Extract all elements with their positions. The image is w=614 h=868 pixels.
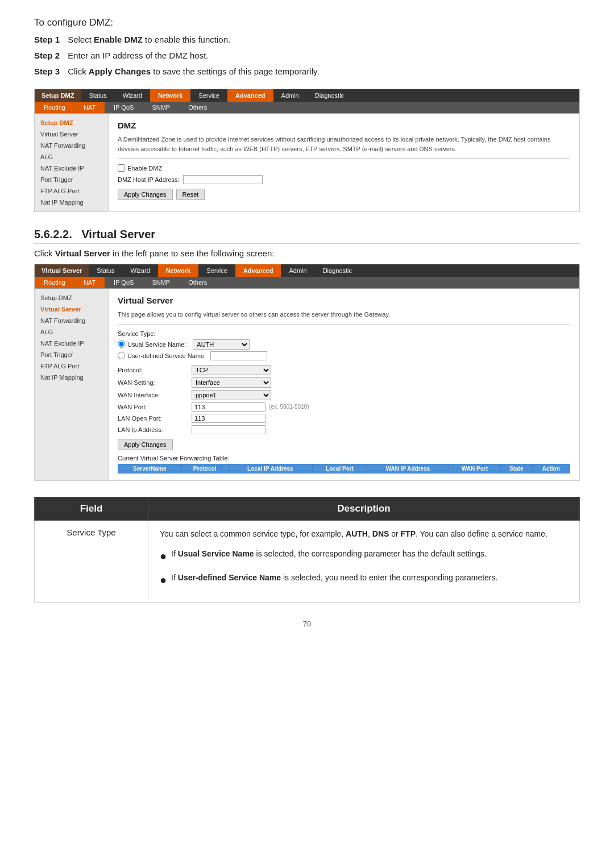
bullet-text-1: If Usual Service Name is selected, the c… xyxy=(171,547,487,560)
vs-menu-nat-exclude-ip[interactable]: NAT Exclude IP xyxy=(35,338,108,349)
dmz-apply-button[interactable]: Apply Changes xyxy=(118,189,173,200)
vs-top-nav: Virtual Server Status Wizard Network Ser… xyxy=(35,264,579,277)
bullet-usual-service: ● If Usual Service Name is selected, the… xyxy=(160,547,568,566)
menu-nat-ip-mapping[interactable]: Nat IP Mapping xyxy=(35,197,108,208)
menu-setup-dmz[interactable]: Setup DMZ xyxy=(35,117,108,128)
wan-interface-select[interactable]: pppoe1 xyxy=(192,390,271,400)
user-defined-radio[interactable] xyxy=(118,352,125,359)
vs-menu-nat-ip-mapping[interactable]: Nat IP Mapping xyxy=(35,372,108,383)
vs-panel-body: Setup DMZ Virtual Server NAT Forwarding … xyxy=(35,289,579,480)
wan-interface-label: WAN Interface: xyxy=(118,392,192,398)
vs-nav-advanced[interactable]: Advanced xyxy=(235,264,281,277)
service-type-label: Service Type: xyxy=(118,330,570,337)
field-description-table: Field Description Service Type You can s… xyxy=(34,497,580,603)
menu-alg[interactable]: ALG xyxy=(35,151,108,163)
user-defined-input[interactable] xyxy=(210,351,267,360)
dmz-btn-row: Apply Changes Reset xyxy=(118,189,570,200)
wan-port-label: WAN Port: xyxy=(118,404,192,410)
vs-sub-nat[interactable]: NAT xyxy=(74,277,105,288)
enable-dmz-label: Enable DMZ xyxy=(127,165,162,172)
vs-apply-button[interactable]: Apply Changes xyxy=(118,439,173,450)
step-3-label: Step 3 xyxy=(34,67,60,76)
bullet-user-defined-service: ● If User-defined Service Name is select… xyxy=(160,571,568,589)
vs-nav-status[interactable]: Status xyxy=(89,264,122,277)
vs-nav-wizard[interactable]: Wizard xyxy=(123,264,158,277)
vs-sub-snmp[interactable]: SNMP xyxy=(143,277,179,288)
wan-port-example: (ex. 5001-5010) xyxy=(269,404,309,410)
vs-nav-admin[interactable]: Admin xyxy=(281,264,314,277)
vs-sub-others[interactable]: Others xyxy=(179,277,216,288)
vs-nav-diagnostic[interactable]: Diagnostic xyxy=(315,264,360,277)
nav-setup-dmz: Setup DMZ xyxy=(35,89,81,102)
vs-nav-network[interactable]: Network xyxy=(158,264,198,277)
nav-status[interactable]: Status xyxy=(81,89,114,102)
desc-col-header: Description xyxy=(148,497,580,520)
vs-forwarding-table: ServerName Protocol Local IP Address Loc… xyxy=(118,464,570,474)
nav-diagnostic[interactable]: Diagnostic xyxy=(307,89,352,102)
user-defined-radio-row: User-defined Service Name: xyxy=(118,351,570,360)
usual-service-label: Usual Service Name: xyxy=(127,341,186,348)
vs-sub-routing[interactable]: Routing xyxy=(35,277,74,288)
nav-admin[interactable]: Admin xyxy=(273,89,307,102)
nav-service[interactable]: Service xyxy=(190,89,227,102)
vs-th-state: State xyxy=(501,464,532,473)
menu-virtual-server[interactable]: Virtual Server xyxy=(35,128,108,140)
wan-port-input[interactable] xyxy=(192,402,265,412)
section-subheading: Click Virtual Server in the left pane to… xyxy=(34,248,580,258)
lan-ip-label: LAN Ip Address: xyxy=(118,426,192,433)
dmz-host-ip-label: DMZ Host IP Address: xyxy=(118,176,180,183)
vs-menu-setup-dmz[interactable]: Setup DMZ xyxy=(35,292,108,304)
step-1-text: Select Enable DMZ to enable this functio… xyxy=(68,35,230,44)
sub-ipqos[interactable]: IP QoS xyxy=(105,102,143,113)
step-2-line: Step 2 Enter an IP address of the DMZ ho… xyxy=(34,49,580,63)
vs-nav-service[interactable]: Service xyxy=(198,264,235,277)
sub-snmp[interactable]: SNMP xyxy=(143,102,179,113)
enable-dmz-checkbox[interactable] xyxy=(118,164,125,172)
menu-nat-exclude-ip[interactable]: NAT Exclude IP xyxy=(35,163,108,174)
dmz-main-content: DMZ A Demilitarized Zone is used to prov… xyxy=(109,114,579,211)
dmz-top-nav: Setup DMZ Status Wizard Network Service … xyxy=(35,89,579,102)
vs-th-wan-ip: WAN IP Address xyxy=(367,464,449,473)
wan-port-row: WAN Port: (ex. 5001-5010) xyxy=(118,402,570,412)
vs-page-title: Virtual Server xyxy=(118,296,570,305)
dmz-reset-button[interactable]: Reset xyxy=(176,189,205,200)
dmz-left-menu: Setup DMZ Virtual Server NAT Forwarding … xyxy=(35,114,109,211)
lan-ip-row: LAN Ip Address: xyxy=(118,425,570,434)
vs-menu-alg[interactable]: ALG xyxy=(35,326,108,338)
nav-network[interactable]: Network xyxy=(150,89,190,102)
bullet-dot-1: ● xyxy=(160,546,167,566)
vs-menu-nat-forwarding[interactable]: NAT Forwarding xyxy=(35,315,108,326)
menu-ftp-alg-port[interactable]: FTP ALG Port xyxy=(35,185,108,197)
usual-service-radio[interactable] xyxy=(118,340,125,348)
dmz-page-title: DMZ xyxy=(118,121,570,130)
service-type-desc: You can select a common service type, fo… xyxy=(148,520,580,603)
vs-th-action: Action xyxy=(532,464,570,473)
wan-setting-select[interactable]: Interface xyxy=(192,377,271,388)
bullet-dot-2: ● xyxy=(160,570,167,589)
vs-menu-port-trigger[interactable]: Port Trigger xyxy=(35,349,108,360)
menu-port-trigger[interactable]: Port Trigger xyxy=(35,174,108,185)
lan-open-port-row: LAN Open Port: xyxy=(118,414,570,423)
dmz-panel-body: Setup DMZ Virtual Server NAT Forwarding … xyxy=(35,114,579,211)
sub-others[interactable]: Others xyxy=(179,102,216,113)
sub-nat[interactable]: NAT xyxy=(74,102,105,113)
nav-advanced[interactable]: Advanced xyxy=(227,89,273,102)
vs-th-wan-port: WAN Port xyxy=(449,464,500,473)
protocol-select[interactable]: TCPUDP xyxy=(192,365,271,375)
section-heading: 5.6.2.2. Virtual Server xyxy=(34,228,580,244)
vs-sub-ipqos[interactable]: IP QoS xyxy=(105,277,143,288)
nav-wizard[interactable]: Wizard xyxy=(115,89,150,102)
menu-nat-forwarding[interactable]: NAT Forwarding xyxy=(35,140,108,151)
vs-menu-virtual-server[interactable]: Virtual Server xyxy=(35,304,108,315)
step-2-text: Enter an IP address of the DMZ host. xyxy=(68,51,208,60)
vs-menu-ftp-alg-port[interactable]: FTP ALG Port xyxy=(35,360,108,372)
step-1-line: Step 1 Select Enable DMZ to enable this … xyxy=(34,33,580,47)
lan-ip-input[interactable] xyxy=(192,425,265,434)
usual-service-select[interactable]: AUTH DNS FTP xyxy=(193,339,250,350)
lan-open-port-input[interactable] xyxy=(192,414,265,423)
sub-routing[interactable]: Routing xyxy=(35,102,74,113)
dmz-host-ip-input[interactable] xyxy=(183,175,263,184)
intro-section: To configure DMZ: Step 1 Select Enable D… xyxy=(34,17,580,78)
vs-btn-row: Apply Changes xyxy=(118,439,570,450)
service-type-bullets: ● If Usual Service Name is selected, the… xyxy=(160,547,568,589)
